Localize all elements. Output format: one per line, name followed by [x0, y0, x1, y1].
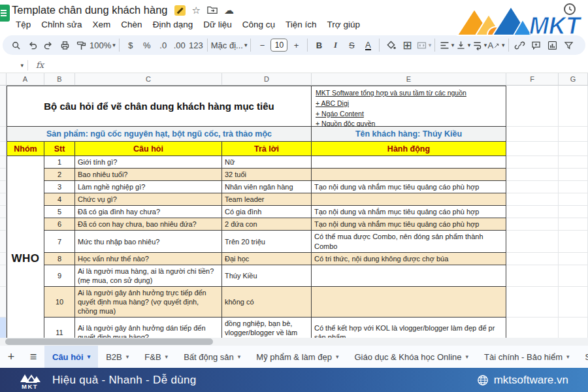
undo-icon[interactable] [24, 37, 40, 53]
fill-color-icon[interactable] [383, 37, 399, 53]
question-cell[interactable]: Chức vụ gì? [75, 193, 222, 206]
menu-item-2[interactable]: Xem [88, 18, 116, 31]
answer-cell[interactable]: đồng nghiệp, bạn bè, vlogger/blogger về … [222, 318, 312, 338]
empty-cell[interactable] [506, 253, 559, 265]
horizontal-align-button[interactable]: ▾ [438, 37, 454, 53]
question-cell[interactable]: Ai là người mua hàng, ai là người chi ti… [75, 265, 222, 287]
row-header[interactable] [0, 206, 7, 218]
column-header-B[interactable]: B [44, 73, 75, 86]
action-cell[interactable]: Có thể kết hợp với KOL là vlogger/blogge… [312, 318, 506, 338]
answer-cell[interactable]: 2 đứa con [222, 218, 312, 231]
empty-cell[interactable] [506, 318, 559, 338]
text-color-button[interactable]: A [360, 37, 376, 53]
sheet-tab-2[interactable]: F&B▾ [137, 346, 176, 368]
menu-item-5[interactable]: Dữ liệu [198, 18, 237, 31]
stt-cell[interactable]: 4 [44, 193, 75, 206]
column-header-E[interactable]: E [312, 73, 506, 86]
question-cell[interactable]: Làm nghề nghiệp gì? [75, 181, 222, 193]
empty-cell[interactable] [559, 156, 588, 169]
question-cell[interactable]: Bao nhiêu tuổi? [75, 169, 222, 181]
question-cell[interactable]: Mức thu nhập bao nhiêu? [75, 231, 222, 252]
action-cell[interactable]: Có thể mua được Combo, nên đóng sản phẩm… [312, 231, 506, 252]
document-title[interactable]: Template chân dung khách hàng [12, 4, 168, 16]
menu-item-0[interactable]: Tệp [10, 18, 36, 31]
empty-cell[interactable] [559, 265, 588, 287]
question-cell[interactable]: Giới tính gì? [75, 156, 222, 169]
empty-cell[interactable] [559, 318, 588, 338]
source-notes-cell[interactable]: MKT Software tổng hợp và sưu tầm từ các … [312, 86, 506, 127]
answer-cell[interactable]: 32 tuổi [222, 169, 312, 181]
format-percent-button[interactable]: % [139, 37, 155, 53]
answer-cell[interactable]: Trên 20 triệu [222, 231, 312, 252]
scrollbar-thumb[interactable] [5, 338, 213, 345]
answer-cell[interactable]: Nữ [222, 156, 312, 169]
star-icon[interactable]: ☆ [192, 5, 201, 15]
empty-cell[interactable] [506, 206, 559, 218]
empty-cell[interactable] [559, 231, 588, 252]
decrease-font-size-button[interactable]: − [254, 37, 270, 53]
row-header[interactable] [0, 127, 7, 142]
customer-cell[interactable]: Tên khách hàng: Thúy Kiều [312, 127, 506, 142]
horizontal-scrollbar[interactable] [0, 338, 588, 346]
sheet-tab-0[interactable]: Câu hỏi▾ [44, 346, 98, 368]
question-cell[interactable]: Ai là người gây ảnh hưởng trực tiếp đến … [75, 287, 222, 318]
zoom-select[interactable]: 100%▾ [90, 37, 116, 53]
stt-cell[interactable]: 3 [44, 181, 75, 193]
empty-cell[interactable] [506, 231, 559, 252]
column-header-D[interactable]: D [222, 73, 312, 86]
empty-cell[interactable] [559, 253, 588, 265]
row-header[interactable] [0, 253, 7, 265]
question-cell[interactable]: Học vấn như thế nào? [75, 253, 222, 265]
answer-cell[interactable]: không có [222, 287, 312, 318]
action-cell[interactable]: Tạo nội dung và nhắm mục tiêu quảng cáo … [312, 218, 506, 231]
empty-cell[interactable] [506, 218, 559, 231]
row-header[interactable] [0, 318, 7, 338]
empty-cell[interactable] [559, 206, 588, 218]
sheet-title-cell[interactable]: Bộ câu hỏi để vẽ chân dung khách hàng mụ… [7, 86, 312, 127]
answer-cell[interactable]: Đại học [222, 253, 312, 265]
stt-cell[interactable]: 7 [44, 231, 75, 252]
answer-cell[interactable]: Có gia đình [222, 206, 312, 218]
action-cell[interactable] [312, 193, 506, 206]
empty-cell[interactable] [559, 287, 588, 318]
merge-cells-button[interactable]: ▾ [416, 37, 431, 53]
stt-cell[interactable]: 5 [44, 206, 75, 218]
stt-cell[interactable]: 6 [44, 218, 75, 231]
action-cell[interactable]: Tạo nội dung và nhắm mục tiêu quảng cáo … [312, 181, 506, 193]
menu-item-3[interactable]: Chèn [116, 18, 147, 31]
menu-item-1[interactable]: Chỉnh sửa [36, 18, 87, 31]
cloud-status-icon[interactable]: ☁ [224, 5, 234, 15]
decrease-decimal-button[interactable]: .0 [155, 37, 171, 53]
add-sheet-button[interactable]: + [0, 350, 22, 364]
sheet-tab-7[interactable]: Sức khỏ▾ [578, 346, 588, 368]
header-answer-cell[interactable]: Trả lời [222, 142, 312, 156]
answer-cell[interactable]: Nhân viên ngân hàng [222, 181, 312, 193]
empty-cell[interactable] [559, 193, 588, 206]
empty-cell[interactable] [506, 265, 559, 287]
action-cell[interactable] [312, 156, 506, 169]
header-stt-cell[interactable]: Stt [44, 142, 75, 156]
stt-cell[interactable]: 8 [44, 253, 75, 265]
stt-cell[interactable]: 9 [44, 265, 75, 287]
stt-cell[interactable]: 11 [44, 318, 75, 338]
all-sheets-button[interactable]: ≡ [22, 350, 44, 364]
empty-cell[interactable] [559, 169, 588, 181]
answer-cell[interactable]: Thúy Kiều [222, 265, 312, 287]
move-folder-icon[interactable] [207, 5, 218, 16]
row-header[interactable] [0, 142, 7, 156]
sheet-tab-5[interactable]: Giáo dục & Khóa học Online▾ [346, 346, 476, 368]
stt-cell[interactable]: 10 [44, 287, 75, 318]
action-cell[interactable]: Tạo nội dung và nhắm mục tiêu quảng cáo … [312, 206, 506, 218]
menu-item-7[interactable]: Tiện ích [280, 18, 322, 31]
empty-cell[interactable] [506, 287, 559, 318]
format-currency-button[interactable]: $ [123, 37, 139, 53]
row-header[interactable] [0, 169, 7, 181]
name-box[interactable]: ▾ [0, 62, 27, 69]
row-header[interactable] [0, 265, 7, 287]
strikethrough-button[interactable]: S [344, 37, 359, 53]
empty-cell[interactable] [559, 181, 588, 193]
row-header[interactable] [0, 181, 7, 193]
empty-cell[interactable] [559, 218, 588, 231]
bold-button[interactable]: B [311, 37, 327, 53]
column-header-G[interactable]: G [559, 73, 588, 86]
